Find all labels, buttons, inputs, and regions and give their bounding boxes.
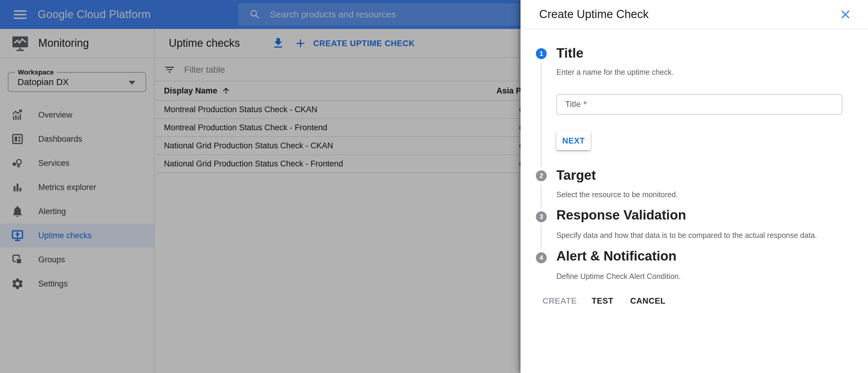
step-3-badge: 3 (536, 211, 547, 222)
step-2-badge: 2 (536, 170, 547, 181)
step-4-badge: 4 (536, 252, 547, 263)
step-1-description: Enter a name for the uptime check. (556, 67, 674, 77)
step-4-title: Alert & Notification (556, 248, 676, 264)
test-button[interactable]: TEST (592, 293, 613, 309)
step-connector (541, 226, 541, 249)
step-2-title: Target (556, 167, 596, 183)
cancel-button[interactable]: CANCEL (630, 293, 665, 309)
create-button[interactable]: CREATE (542, 293, 577, 309)
create-uptime-check-panel: Create Uptime Check 1 Title Enter a name… (521, 0, 868, 373)
screen: Google Cloud Platform Search products an… (0, 0, 868, 373)
step-2-description: Select the resource to be monitored. (556, 189, 678, 200)
step-4-description: Define Uptime Check Alert Condition. (556, 271, 681, 281)
title-field[interactable]: Title* (556, 94, 842, 115)
title-field-label: Title* (565, 95, 587, 114)
step-1-title: Title (556, 45, 584, 61)
step-connector (541, 63, 541, 167)
step-3-title: Response Validation (556, 207, 686, 223)
stepper: 1 Title Enter a name for the uptime chec… (521, 0, 868, 373)
step-3-description: Specify data and how that data is to be … (556, 230, 817, 240)
required-marker: * (584, 99, 587, 109)
next-button[interactable]: NEXT (556, 132, 591, 150)
step-1-badge: 1 (536, 48, 547, 59)
step-connector (541, 185, 541, 208)
